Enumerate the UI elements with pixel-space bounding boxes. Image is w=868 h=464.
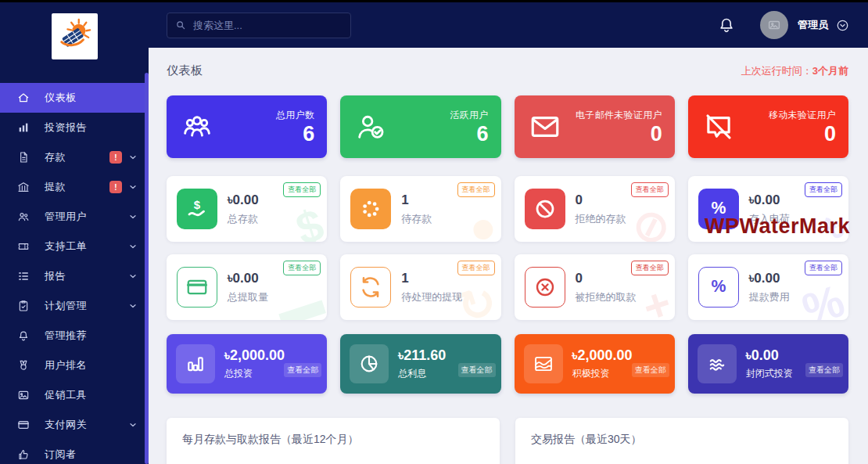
deposit-charge-card: % ৳0.00 存入电荷 查看全部 ৳: [688, 176, 848, 242]
top-strip: [0, 0, 868, 2]
sidebar: 仪表板 投资报告 存款 ! 提款 ! 管理用户: [0, 0, 149, 464]
percent-icon: %: [707, 197, 730, 221]
svg-text:%: %: [711, 277, 726, 296]
investment-row: ৳2,000.00 总投资 查看全部 ৳211.60 总利息 查看全部 ৳2,0…: [167, 334, 848, 394]
view-all-button[interactable]: 查看全部: [805, 261, 842, 275]
sidebar-scrollbar[interactable]: [145, 73, 149, 464]
total-withdrawals-card: ৳0.00 总提取量 查看全部 ▬: [167, 254, 327, 320]
sidebar-item-payment-gateways[interactable]: 支付网关: [0, 410, 149, 440]
view-all-button[interactable]: 查看全部: [631, 261, 669, 275]
panel-title: 交易报告（最近30天）: [531, 433, 833, 447]
view-all-button[interactable]: 查看全部: [283, 261, 321, 275]
sidebar-item-label: 支付网关: [45, 418, 87, 432]
card-label: 存入电荷: [749, 212, 790, 226]
sidebar-item-manage-users[interactable]: 管理用户: [0, 202, 149, 232]
view-all-button[interactable]: 查看全部: [458, 363, 496, 377]
sidebar-item-subscribers[interactable]: 订阅者: [0, 440, 149, 464]
card-value: 1: [401, 192, 408, 207]
stat-label: 活跃用户: [450, 110, 488, 120]
avatar[interactable]: [760, 11, 788, 39]
sidebar-item-deposits[interactable]: 存款 !: [0, 142, 149, 172]
pending-deposits-card: 1 待存款 查看全部 ●: [340, 176, 500, 242]
card-value: 0: [576, 192, 583, 207]
search-box: [167, 13, 351, 38]
page-title: 仪表板: [167, 63, 203, 78]
sidebar-item-plan-management[interactable]: 计划管理: [0, 291, 149, 321]
view-all-button[interactable]: 查看全部: [457, 182, 495, 197]
rejected-withdrawals-card: 0 被拒绝的取款 查看全部 +: [515, 254, 675, 320]
total-interest-card: ৳211.60 总利息 查看全部: [340, 334, 500, 394]
sidebar-item-investment-report[interactable]: 投资报告: [0, 113, 149, 142]
bell-icon[interactable]: [718, 16, 735, 34]
brand-logo[interactable]: [52, 13, 98, 59]
sidebar-item-withdrawals[interactable]: 提款 !: [0, 172, 149, 202]
sidebar-item-support-tickets[interactable]: 支持工单: [0, 232, 149, 261]
view-all-button[interactable]: 查看全部: [805, 363, 843, 377]
credit-card-icon: [17, 419, 30, 431]
chevron-down-circle-icon[interactable]: [836, 19, 849, 32]
ghost-icon: ⊘: [625, 195, 675, 242]
chevron-down-icon: [128, 301, 138, 311]
card-label: 封闭式投资: [746, 367, 793, 380]
ghost-icon: +: [636, 275, 674, 320]
sidebar-item-reports[interactable]: 报告: [0, 261, 149, 291]
pending-withdrawals-card: 1 待处理的提现 查看全部 ↻: [340, 254, 500, 320]
report-panels: 每月存款与取款报告（最近12个月） 交易报告（最近30天）: [167, 418, 848, 464]
view-all-button[interactable]: 查看全部: [457, 261, 495, 275]
rejected-deposits-card: 0 拒绝的存款 查看全部 ⊘: [515, 176, 675, 242]
view-all-button[interactable]: 查看全部: [631, 182, 669, 197]
users-group-icon: [181, 110, 213, 143]
card-value: ৳2,000.00: [572, 347, 633, 363]
user-stats-row: 总用户数 6 活跃用户 6 电子邮件未验证用户 0 移动未验证用户 0: [167, 95, 848, 158]
chevron-down-icon: [128, 420, 138, 430]
active-users-card: 活跃用户 6: [340, 95, 500, 158]
panel-title: 每月存款与取款报告（最近12个月）: [182, 433, 484, 447]
deposit-summary-row: $ ৳0.00 总存款 查看全部 $ 1 待存款 查看全部 ● 0 拒绝的存款 …: [167, 176, 848, 242]
chevron-down-icon: [128, 242, 138, 251]
view-all-button[interactable]: 查看全部: [632, 363, 669, 377]
sidebar-menu: 仪表板 投资报告 存款 ! 提款 ! 管理用户: [0, 83, 149, 464]
total-users-card: 总用户数 6: [167, 95, 327, 158]
sidebar-item-manage-referrals[interactable]: 管理推荐: [0, 321, 149, 351]
last-run-label: 上次运行时间：: [741, 65, 812, 77]
view-all-button[interactable]: 查看全部: [805, 182, 842, 197]
card-label: 总提取量: [228, 290, 268, 304]
stat-value: 0: [824, 122, 836, 146]
chart-pie-icon: [358, 353, 380, 375]
sidebar-item-dashboard[interactable]: 仪表板: [0, 83, 149, 113]
chart-column-icon: [185, 353, 206, 375]
logo-area: [0, 0, 149, 73]
sidebar-item-label: 支持工单: [45, 239, 87, 254]
user-check-icon: [354, 110, 387, 143]
ghost-icon: ৳: [819, 197, 848, 242]
card-value: ৳0.00: [749, 271, 780, 286]
stat-value: 6: [476, 122, 488, 146]
sidebar-item-label: 用户排名: [45, 358, 87, 372]
sidebar-item-promotion-tools[interactable]: 促销工具: [0, 380, 149, 410]
view-all-button[interactable]: 查看全部: [283, 182, 321, 197]
view-all-button[interactable]: 查看全部: [284, 363, 321, 377]
admin-dashboard: 仪表板 投资报告 存款 ! 提款 ! 管理用户: [0, 0, 868, 464]
user-name[interactable]: 管理员: [798, 18, 828, 32]
top-header: 管理员: [149, 2, 868, 48]
card-value: ৳0.00: [228, 271, 259, 286]
ghost-icon: ▬: [270, 273, 327, 320]
stat-label: 移动未验证用户: [769, 110, 836, 120]
email-unverified-users-card: 电子邮件未验证用户 0: [515, 95, 675, 158]
ad-image-icon: [17, 389, 30, 401]
chart-area-icon: [533, 353, 554, 375]
sidebar-item-user-ranking[interactable]: 用户排名: [0, 351, 149, 380]
home-icon: [17, 92, 30, 104]
card-label: 被拒绝的取款: [576, 290, 637, 304]
chevron-down-icon: [128, 212, 138, 221]
card-value: 0: [576, 271, 583, 286]
card-value: ৳211.60: [398, 347, 446, 363]
file-invoice-icon: [17, 151, 30, 164]
search-input[interactable]: [193, 20, 334, 31]
thumbs-up-icon: [17, 448, 30, 461]
last-run-value: 3个月前: [812, 65, 848, 77]
image-placeholder-icon: [767, 18, 781, 32]
users-icon: [17, 210, 30, 223]
sidebar-item-label: 仪表板: [45, 91, 77, 105]
bar-chart-icon: [17, 121, 30, 134]
